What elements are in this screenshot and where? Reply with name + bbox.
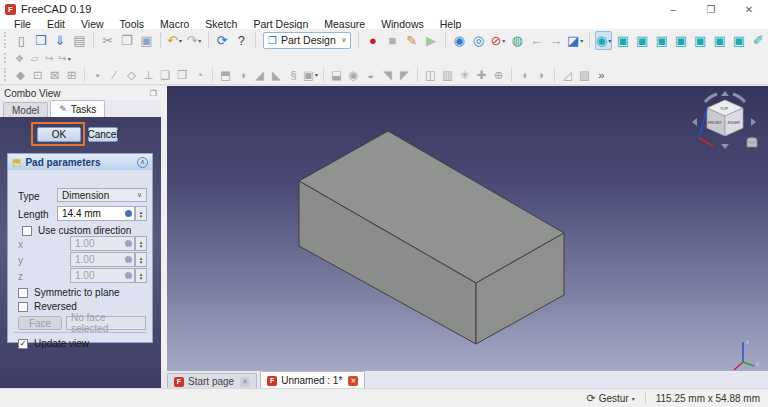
- map-sketch-icon[interactable]: ⊠: [47, 67, 63, 83]
- view-rear-icon[interactable]: ▣: [692, 31, 709, 50]
- checkbox-checked-icon[interactable]: ✓: [18, 339, 28, 349]
- multi-transform-icon[interactable]: ✚: [474, 67, 490, 83]
- menu-tools[interactable]: Tools: [112, 18, 153, 30]
- length-input[interactable]: 14.4 mm ▴▾: [57, 206, 147, 221]
- navigation-style-selector[interactable]: ⟳ Gestur ▾: [586, 392, 634, 405]
- additive-helix-icon[interactable]: §: [286, 67, 302, 83]
- toolbar-grip[interactable]: [4, 32, 9, 47]
- zoom-tool-icon[interactable]: ◉▾: [595, 31, 613, 50]
- menu-edit[interactable]: Edit: [39, 18, 73, 30]
- refresh-icon[interactable]: ⟳: [213, 31, 230, 50]
- copy-icon[interactable]: ❐: [118, 31, 135, 50]
- subtractive-pipe-icon[interactable]: ◤: [397, 67, 413, 83]
- fillet-icon[interactable]: ◖: [517, 67, 533, 83]
- additive-primitive-icon[interactable]: ▣▾: [303, 67, 319, 83]
- subtractive-loft-icon[interactable]: ◥: [380, 67, 396, 83]
- type-select[interactable]: Dimension ∨: [57, 188, 147, 202]
- linear-pattern-icon[interactable]: ▥: [440, 67, 456, 83]
- datum-point-icon[interactable]: •: [90, 67, 106, 83]
- use-custom-direction-checkbox[interactable]: Use custom direction: [22, 225, 131, 236]
- expression-editor-icon[interactable]: [122, 206, 135, 221]
- minimize-button[interactable]: –: [654, 0, 692, 18]
- redo-icon[interactable]: ↷▾: [185, 31, 202, 50]
- checkbox-icon[interactable]: [18, 288, 28, 298]
- create-group-icon[interactable]: ▱: [28, 52, 41, 65]
- navigation-cube[interactable]: TOP FRONT RIGHT: [691, 90, 763, 154]
- dropdown-arrow-icon[interactable]: ▾: [68, 55, 71, 62]
- toolbar-grip[interactable]: [4, 68, 9, 81]
- menu-part-design[interactable]: Part Design: [245, 18, 316, 30]
- tab-tasks[interactable]: ✎Tasks: [50, 100, 105, 117]
- macro-stop-icon[interactable]: ■: [384, 31, 401, 50]
- mirrored-icon[interactable]: ◫: [423, 67, 439, 83]
- view-front-icon[interactable]: ▣: [634, 31, 651, 50]
- 3d-viewport[interactable]: TOP FRONT RIGHT z y x: [167, 86, 768, 371]
- macro-execute-icon[interactable]: ▶: [422, 31, 439, 50]
- shape-binder-icon[interactable]: ❑: [158, 67, 174, 83]
- print-icon[interactable]: ▤: [71, 31, 88, 50]
- open-folder-icon[interactable]: ❒: [32, 31, 49, 50]
- reversed-checkbox[interactable]: Reversed: [18, 301, 77, 312]
- draft-icon[interactable]: ◿: [560, 67, 576, 83]
- symmetric-to-plane-checkbox[interactable]: Symmetric to plane: [18, 287, 120, 298]
- measure-pen-icon[interactable]: ✐: [750, 31, 767, 50]
- macro-edit-icon[interactable]: ✎: [403, 31, 420, 50]
- additive-loft-icon[interactable]: ◢: [252, 67, 268, 83]
- view-bottom-icon[interactable]: ▣: [711, 31, 728, 50]
- spinner-down-icon[interactable]: ▾: [140, 214, 143, 218]
- close-icon[interactable]: ✕: [348, 376, 358, 386]
- tab-model[interactable]: Model: [3, 102, 48, 117]
- collapse-section-icon[interactable]: ∧: [137, 157, 148, 168]
- pad-icon[interactable]: ⬒: [218, 67, 234, 83]
- checkbox-icon[interactable]: [18, 302, 28, 312]
- make-link-icon[interactable]: ↪: [43, 52, 56, 65]
- revolve-icon[interactable]: ◑: [235, 67, 251, 83]
- dropdown-arrow-icon[interactable]: ▾: [315, 71, 318, 78]
- axonometric-view-icon[interactable]: ◪▾: [567, 31, 584, 50]
- ok-button[interactable]: OK: [37, 127, 81, 142]
- save-icon[interactable]: ⇓: [51, 31, 68, 50]
- create-part-icon[interactable]: ❖: [13, 52, 26, 65]
- dropdown-arrow-icon[interactable]: ▾: [179, 37, 182, 44]
- menu-help[interactable]: Help: [432, 18, 470, 30]
- create-body-icon[interactable]: ◆: [13, 67, 29, 83]
- menu-sketch[interactable]: Sketch: [197, 18, 245, 30]
- undo-icon[interactable]: ↶▾: [166, 31, 183, 50]
- maximize-button[interactable]: ❐: [692, 0, 730, 18]
- macro-record-icon[interactable]: ●: [364, 31, 381, 50]
- menu-view[interactable]: View: [73, 18, 112, 30]
- face-button[interactable]: Face: [18, 316, 62, 330]
- local-coordinate-system-icon[interactable]: ⊥: [141, 67, 157, 83]
- edit-sketch-icon[interactable]: ⊞: [64, 67, 80, 83]
- pad-solid[interactable]: [167, 86, 768, 371]
- make-link-group-icon[interactable]: ↪▾: [58, 52, 71, 65]
- dropdown-arrow-icon[interactable]: ▾: [608, 37, 611, 44]
- chamfer-icon[interactable]: ◗: [534, 67, 550, 83]
- view-right-icon[interactable]: ▣: [672, 31, 689, 50]
- groove-icon[interactable]: ◒: [363, 67, 379, 83]
- length-spinner[interactable]: ▴▾: [135, 206, 147, 221]
- close-icon[interactable]: ✕: [240, 377, 250, 387]
- workbench-selector[interactable]: ❒Part Design∨: [263, 32, 351, 49]
- paste-icon[interactable]: ▣: [138, 31, 155, 50]
- toolbar-grip[interactable]: [4, 53, 9, 63]
- document-tab-unnamed-1-[interactable]: FUnnamed : 1*✕: [260, 371, 365, 389]
- cancel-button[interactable]: Cancel: [88, 127, 118, 142]
- menu-windows[interactable]: Windows: [373, 18, 432, 30]
- boolean-operation-icon[interactable]: ⊕: [491, 67, 507, 83]
- view-home-icon[interactable]: ▣: [614, 31, 631, 50]
- sub-shape-binder-icon[interactable]: ❒: [175, 67, 191, 83]
- close-button[interactable]: ✕: [730, 0, 768, 18]
- document-tab-start-page[interactable]: FStart page✕: [167, 373, 257, 389]
- draw-style-icon[interactable]: ⊘▾: [489, 31, 506, 50]
- polar-pattern-icon[interactable]: ✳: [457, 67, 473, 83]
- panel-float-icon[interactable]: ❐: [150, 89, 157, 98]
- new-document-icon[interactable]: ▯: [13, 31, 30, 50]
- dropdown-arrow-icon[interactable]: ▾: [502, 37, 505, 44]
- menu-measure[interactable]: Measure: [316, 18, 373, 30]
- view-top-icon[interactable]: ▣: [653, 31, 670, 50]
- whats-this-icon[interactable]: ?: [233, 31, 250, 50]
- length-value[interactable]: 14.4 mm: [57, 206, 122, 221]
- view-globe-icon[interactable]: ◍: [509, 31, 526, 50]
- additive-pipe-icon[interactable]: ◣: [269, 67, 285, 83]
